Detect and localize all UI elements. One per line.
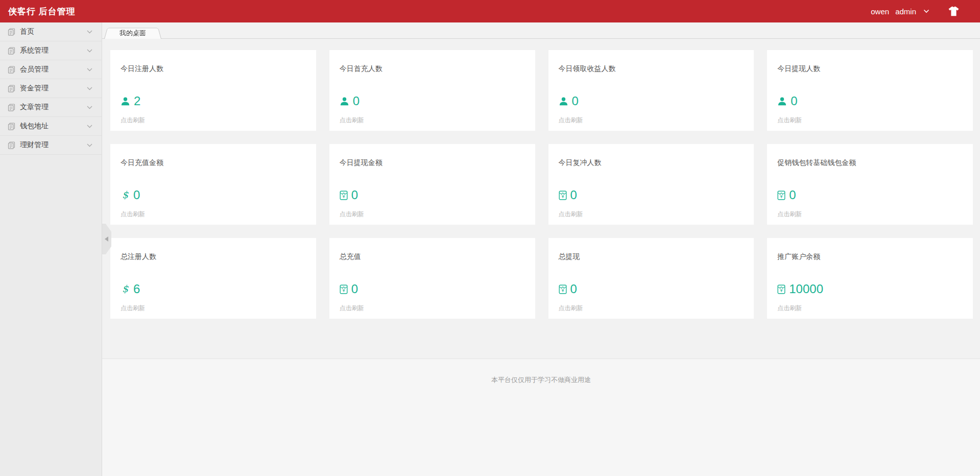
footer-disclaimer: 本平台仅仅用于学习不做商业用途 (102, 359, 980, 385)
refresh-hint[interactable]: 点击刷新 (559, 210, 744, 219)
sidebar-item-member[interactable]: 会员管理 (0, 60, 102, 79)
sidebar-item-wallet[interactable]: 钱包地址 (0, 117, 102, 136)
red-packet-icon: ¥ (777, 191, 785, 200)
svg-text:$: $ (122, 190, 129, 200)
chevron-down-icon (87, 49, 92, 53)
tab-bar: 我的桌面 (102, 22, 980, 39)
stat-card: 总提现 $ (548, 238, 754, 319)
stat-card: 今日首充人数 $ (329, 50, 535, 131)
sidebar-item-system[interactable]: 系统管理 (0, 41, 102, 60)
card-title: 今日提现金额 (340, 158, 525, 168)
svg-text:¥: ¥ (561, 289, 564, 293)
tab-my-desktop[interactable]: 我的桌面 (104, 27, 161, 39)
chevron-down-icon (923, 9, 929, 13)
card-title: 今日复冲人数 (559, 158, 744, 168)
red-packet-icon: ¥ (559, 284, 567, 294)
card-value-row: $ ¥ 0 (121, 188, 306, 202)
stat-card: 今日提现人数 $ (767, 50, 973, 131)
card-value-row: $ ¥ 0 (559, 94, 744, 108)
card-title: 总提现 (559, 252, 744, 261)
card-value-row: $ ¥ 2 (121, 94, 306, 108)
svg-text:¥: ¥ (561, 195, 564, 199)
card-value-number: 6 (133, 282, 140, 296)
sidebar-item-label: 理财管理 (20, 140, 87, 150)
svg-text:$: $ (122, 284, 129, 294)
chevron-down-icon (87, 144, 92, 147)
sidebar-item-label: 系统管理 (20, 46, 87, 55)
card-value-row: $ ¥ 0 (777, 94, 963, 108)
collapse-left-icon (105, 236, 108, 242)
chevron-down-icon (87, 30, 92, 34)
username: owen (871, 7, 889, 16)
card-title: 今日注册人数 (121, 64, 306, 74)
sidebar-item-label: 文章管理 (20, 103, 87, 112)
refresh-hint[interactable]: 点击刷新 (121, 210, 306, 219)
document-icon (8, 66, 15, 74)
card-value-number: 0 (351, 188, 358, 202)
stat-card: 总注册人数 $ (110, 238, 316, 319)
card-title: 今日首充人数 (340, 64, 525, 74)
sidebar-nav: 首页 系统管理 (0, 22, 102, 476)
card-value-number: 0 (570, 188, 577, 202)
document-icon (8, 47, 15, 55)
svg-text:¥: ¥ (780, 289, 783, 293)
card-value-row: $ ¥ 0 (340, 188, 525, 202)
card-value-number: 0 (353, 94, 360, 108)
refresh-hint[interactable]: 点击刷新 (121, 116, 306, 125)
user-icon (559, 97, 568, 106)
card-value-row: $ ¥ 0 (340, 94, 525, 108)
card-value-row: $ ¥ 0 (777, 188, 963, 202)
chevron-down-icon (87, 106, 92, 109)
user-icon (121, 97, 130, 106)
refresh-hint[interactable]: 点击刷新 (777, 116, 963, 125)
card-value-number: 0 (791, 94, 797, 108)
card-value-row: $ ¥ 0 (559, 188, 744, 202)
red-packet-icon: ¥ (340, 191, 348, 200)
card-title: 促销钱包转基础钱包金额 (777, 158, 963, 168)
document-icon (8, 123, 15, 130)
sidebar-item-finance[interactable]: 理财管理 (0, 136, 102, 155)
stat-card-grid: 今日注册人数 $ (102, 39, 980, 359)
chevron-down-icon (87, 68, 92, 72)
card-title: 推广账户余额 (777, 252, 963, 261)
sidebar-item-home[interactable]: 首页 (0, 22, 102, 41)
document-icon (8, 28, 15, 36)
sidebar-item-label: 会员管理 (20, 65, 87, 74)
red-packet-icon: ¥ (559, 191, 567, 200)
refresh-hint[interactable]: 点击刷新 (121, 304, 306, 313)
refresh-hint[interactable]: 点击刷新 (559, 304, 744, 313)
card-title: 今日提现人数 (777, 64, 963, 74)
user-menu[interactable]: owen admin (871, 7, 929, 16)
chevron-down-icon (87, 87, 92, 90)
refresh-hint[interactable]: 点击刷新 (340, 116, 525, 125)
sidebar-item-funds[interactable]: 资金管理 (0, 79, 102, 98)
app-title: 侠客行 后台管理 (8, 6, 76, 17)
refresh-hint[interactable]: 点击刷新 (340, 210, 525, 219)
stat-card: 今日领取收益人数 $ (548, 50, 754, 131)
card-value-row: $ ¥ 0 (559, 282, 744, 296)
document-icon (8, 141, 15, 149)
sidebar-item-article[interactable]: 文章管理 (0, 98, 102, 117)
stat-card: 今日提现金额 $ (329, 144, 535, 225)
dollar-icon: $ (121, 190, 130, 200)
card-value-number: 0 (351, 282, 358, 296)
card-value-number: 0 (570, 282, 577, 296)
card-value-number: 0 (572, 94, 579, 108)
refresh-hint[interactable]: 点击刷新 (777, 304, 963, 313)
card-title: 今日领取收益人数 (559, 64, 744, 74)
sidebar-item-label: 首页 (20, 27, 87, 36)
refresh-hint[interactable]: 点击刷新 (559, 116, 744, 125)
stat-card: 今日注册人数 $ (110, 50, 316, 131)
top-header-bar: 侠客行 后台管理 owen admin (0, 0, 980, 22)
card-title: 今日充值金额 (121, 158, 306, 168)
card-value-number: 0 (789, 188, 796, 202)
refresh-hint[interactable]: 点击刷新 (777, 210, 963, 219)
document-icon (8, 85, 15, 92)
card-value-row: $ ¥ 10000 (777, 282, 963, 296)
red-packet-icon: ¥ (777, 284, 785, 294)
svg-text:¥: ¥ (780, 195, 783, 199)
tshirt-icon[interactable] (948, 6, 960, 16)
stat-card: 推广账户余额 $ (767, 238, 973, 319)
sidebar-item-label: 钱包地址 (20, 122, 87, 131)
refresh-hint[interactable]: 点击刷新 (340, 304, 525, 313)
